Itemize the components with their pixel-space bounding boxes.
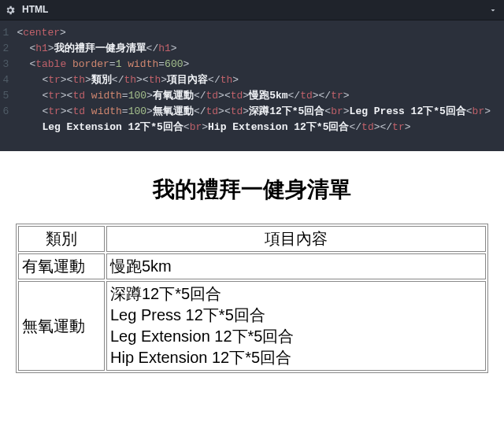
table-header-cell: 項目內容 [106,226,486,252]
line-number: 1 [0,25,9,41]
table-cell: 深蹲12下*5回合 Leg Press 12下*5回合 Leg Extensio… [106,281,486,371]
line-number: 6 [0,104,9,120]
table-header-row: 類別 項目內容 [18,226,486,252]
line-number: 5 [0,88,9,104]
line-number: 3 [0,57,9,72]
gear-icon[interactable] [5,5,16,16]
preview-pane: 我的禮拜一健身清單 類別 項目內容 有氧運動 慢跑5km 無氧運動 深蹲12下*… [0,151,504,405]
table-cell: 慢跑5km [106,253,486,279]
code-body[interactable]: 1 2 3 4 5 6 <center><h1>我的禮拜一健身清單</h1><t… [0,20,504,135]
line-number: 4 [0,72,9,88]
line-number: 2 [0,41,9,57]
chevron-down-icon[interactable] [487,4,499,17]
table-row: 無氧運動 深蹲12下*5回合 Leg Press 12下*5回合 Leg Ext… [18,281,486,371]
table-header-cell: 類別 [18,226,105,252]
page-heading: 我的禮拜一健身清單 [16,175,488,205]
editor-title: HTML [22,2,48,17]
table-cell: 有氧運動 [18,253,105,279]
code-area[interactable]: <center><h1>我的禮拜一健身清單</h1><table border=… [15,20,504,135]
table-cell: 無氧運動 [18,281,105,371]
workout-table: 類別 項目內容 有氧運動 慢跑5km 無氧運動 深蹲12下*5回合 Leg Pr… [16,224,488,373]
table-row: 有氧運動 慢跑5km [18,253,486,279]
editor-header: HTML [0,0,504,20]
line-gutter: 1 2 3 4 5 6 [0,20,15,135]
code-editor-panel: HTML 1 2 3 4 5 6 <center><h1>我的禮拜一健身清單</… [0,0,504,151]
